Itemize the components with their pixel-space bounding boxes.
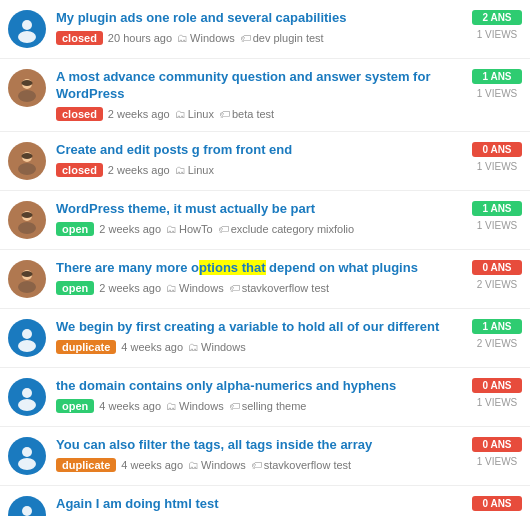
- ans-count: 1 ANS: [472, 69, 522, 84]
- post-time: 2 weeks ago: [108, 164, 170, 176]
- post-title[interactable]: the domain contains only alpha-numerics …: [56, 378, 464, 395]
- list-item: We begin by first creating a variable to…: [0, 309, 530, 368]
- post-tag: 🏷 stavkoverflow test: [229, 282, 329, 294]
- post-meta: open2 weeks ago🗂 Windows🏷 stavkoverflow …: [56, 281, 464, 295]
- avatar: [8, 260, 46, 298]
- post-title[interactable]: My plugin ads one role and several capab…: [56, 10, 464, 27]
- folder-icon: 🗂: [188, 459, 199, 471]
- post-tag: 🏷 selling theme: [229, 400, 307, 412]
- post-content: My plugin ads one role and several capab…: [56, 10, 464, 45]
- svg-point-17: [18, 399, 36, 411]
- post-title[interactable]: There are many more options that depend …: [56, 260, 464, 277]
- post-content: You can also filter the tags, all tags i…: [56, 437, 464, 472]
- svg-point-14: [22, 329, 32, 339]
- ans-count: 1 ANS: [472, 201, 522, 216]
- avatar: [8, 10, 46, 48]
- folder-icon: 🗂: [175, 108, 186, 120]
- tag-icon: 🏷: [229, 282, 240, 294]
- post-content: There are many more options that depend …: [56, 260, 464, 295]
- folder-icon: 🗂: [188, 341, 199, 353]
- view-count: 1 VIEWS: [472, 29, 522, 40]
- post-meta: duplicate4 weeks ago🗂 Windows🏷 stavkover…: [56, 458, 464, 472]
- post-stats: 0 ANS1 VIEWS: [472, 437, 522, 467]
- list-item: My plugin ads one role and several capab…: [0, 0, 530, 59]
- view-count: 1 VIEWS: [472, 397, 522, 408]
- post-meta: closed2 weeks ago🗂 Linux: [56, 163, 464, 177]
- ans-count: 0 ANS: [472, 260, 522, 275]
- post-category: 🗂 Windows: [177, 32, 235, 44]
- status-badge: duplicate: [56, 458, 116, 472]
- avatar: [8, 437, 46, 475]
- folder-icon: 🗂: [166, 282, 177, 294]
- svg-point-7: [22, 153, 33, 159]
- ans-count: 1 ANS: [472, 319, 522, 334]
- post-meta: open2 weeks ago🗂 HowTo🏷 exclude category…: [56, 222, 464, 236]
- post-content: A most advance community question and an…: [56, 69, 464, 121]
- post-category: 🗂 Windows: [166, 400, 224, 412]
- post-meta: closed2 weeks ago🗂 Linux🏷 beta test: [56, 107, 464, 121]
- list-item: Again I am doing html testopen4 weeks ag…: [0, 486, 530, 516]
- folder-icon: 🗂: [175, 164, 186, 176]
- post-list: My plugin ads one role and several capab…: [0, 0, 530, 516]
- svg-point-0: [22, 20, 32, 30]
- post-time: 4 weeks ago: [99, 400, 161, 412]
- view-count: 2 VIEWS: [472, 279, 522, 290]
- post-tag: 🏷 beta test: [219, 108, 274, 120]
- post-meta: open4 weeks ago🗂 Windows🏷 selling theme: [56, 399, 464, 413]
- view-count: 1 VIEWS: [472, 220, 522, 231]
- post-tag: 🏷 exclude category mixfolio: [218, 223, 355, 235]
- post-category: 🗂 Windows: [188, 341, 246, 353]
- post-title[interactable]: Again I am doing html test: [56, 496, 464, 513]
- post-stats: 0 ANS1 VIEWS: [472, 142, 522, 172]
- status-badge: closed: [56, 107, 103, 121]
- post-stats: 0 ANS1 VIEWS: [472, 496, 522, 516]
- status-badge: open: [56, 399, 94, 413]
- post-content: the domain contains only alpha-numerics …: [56, 378, 464, 413]
- tag-icon: 🏷: [251, 459, 262, 471]
- post-content: WordPress theme, it must actually be par…: [56, 201, 464, 236]
- tag-icon: 🏷: [229, 400, 240, 412]
- post-meta: duplicate4 weeks ago🗂 Windows: [56, 340, 464, 354]
- svg-point-3: [18, 90, 36, 102]
- ans-count: 0 ANS: [472, 378, 522, 393]
- folder-icon: 🗂: [177, 32, 188, 44]
- avatar: [8, 319, 46, 357]
- post-tag: 🏷 dev plugin test: [240, 32, 324, 44]
- ans-count: 0 ANS: [472, 437, 522, 452]
- post-title[interactable]: WordPress theme, it must actually be par…: [56, 201, 464, 218]
- svg-point-10: [22, 212, 33, 218]
- ans-count: 2 ANS: [472, 10, 522, 25]
- svg-point-6: [18, 163, 36, 175]
- list-item: Create and edit posts g from front endcl…: [0, 132, 530, 191]
- svg-point-13: [22, 271, 33, 277]
- avatar: [8, 496, 46, 516]
- list-item: You can also filter the tags, all tags i…: [0, 427, 530, 486]
- svg-point-18: [22, 447, 32, 457]
- post-title[interactable]: We begin by first creating a variable to…: [56, 319, 464, 336]
- post-stats: 1 ANS1 VIEWS: [472, 201, 522, 231]
- post-content: Again I am doing html testopen4 weeks ag…: [56, 496, 464, 516]
- list-item: A most advance community question and an…: [0, 59, 530, 132]
- highlighted-text: ptions that: [199, 260, 265, 275]
- post-meta: closed20 hours ago🗂 Windows🏷 dev plugin …: [56, 31, 464, 45]
- post-category: 🗂 Linux: [175, 108, 214, 120]
- post-title[interactable]: Create and edit posts g from front end: [56, 142, 464, 159]
- status-badge: open: [56, 222, 94, 236]
- ans-count: 0 ANS: [472, 496, 522, 511]
- post-time: 4 weeks ago: [121, 341, 183, 353]
- avatar: [8, 378, 46, 416]
- svg-point-16: [22, 388, 32, 398]
- avatar: [8, 69, 46, 107]
- svg-point-20: [22, 506, 32, 516]
- post-title[interactable]: You can also filter the tags, all tags i…: [56, 437, 464, 454]
- post-time: 2 weeks ago: [99, 223, 161, 235]
- view-count: 1 VIEWS: [472, 161, 522, 172]
- post-stats: 1 ANS1 VIEWS: [472, 69, 522, 99]
- post-time: 2 weeks ago: [99, 282, 161, 294]
- list-item: There are many more options that depend …: [0, 250, 530, 309]
- status-badge: duplicate: [56, 340, 116, 354]
- post-time: 4 weeks ago: [121, 459, 183, 471]
- post-title[interactable]: A most advance community question and an…: [56, 69, 464, 103]
- tag-icon: 🏷: [219, 108, 230, 120]
- svg-point-15: [18, 340, 36, 352]
